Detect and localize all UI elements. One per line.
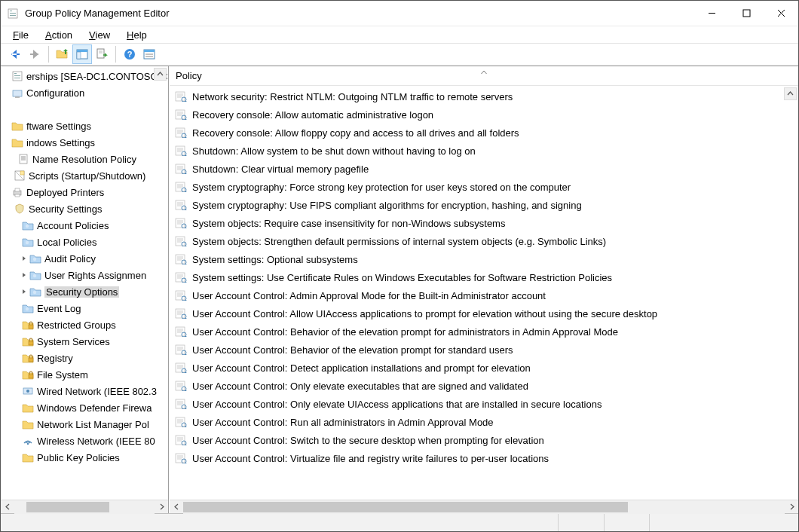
scroll-right-icon[interactable] bbox=[155, 500, 168, 514]
list-header[interactable]: Policy bbox=[170, 66, 798, 86]
close-button[interactable] bbox=[764, 2, 798, 26]
policy-item-icon bbox=[174, 362, 188, 373]
tree-item[interactable]: Windows Defender Firewa bbox=[1, 399, 168, 416]
column-header-policy[interactable]: Policy bbox=[176, 70, 202, 81]
policy-row[interactable]: User Account Control: Detect application… bbox=[174, 359, 798, 377]
policy-row-label: System objects: Strengthen default permi… bbox=[192, 236, 606, 247]
policy-row[interactable]: Shutdown: Allow system to be shut down w… bbox=[174, 142, 798, 160]
policy-row[interactable]: System objects: Strengthen default permi… bbox=[174, 232, 798, 250]
policy-row-label: System cryptography: Use FIPS compliant … bbox=[192, 200, 582, 211]
policy-row[interactable]: User Account Control: Behavior of the el… bbox=[174, 323, 798, 341]
tree-item[interactable]: Network List Manager Pol bbox=[1, 416, 168, 433]
tree-item-label: Wired Network (IEEE 802.3 bbox=[37, 386, 157, 397]
back-button[interactable] bbox=[5, 44, 25, 64]
tree-expand-icon[interactable] bbox=[19, 270, 29, 280]
policy-row-label: User Account Control: Virtualize file an… bbox=[192, 453, 549, 464]
policy-item-icon bbox=[174, 326, 188, 337]
tree-item[interactable]: Security Settings bbox=[1, 200, 168, 217]
policy-row[interactable]: User Account Control: Allow UIAccess app… bbox=[174, 304, 798, 323]
policy-item-icon bbox=[174, 164, 188, 174]
tree-item-label: Registry bbox=[37, 353, 73, 364]
up-button[interactable] bbox=[53, 44, 72, 64]
policy-row[interactable]: Network security: Restrict NTLM: Outgoin… bbox=[174, 87, 798, 105]
scroll-left-icon[interactable] bbox=[1, 500, 14, 514]
policy-row-label: User Account Control: Behavior of the el… bbox=[192, 344, 513, 356]
tree-item[interactable]: File System bbox=[1, 366, 168, 383]
tree-item[interactable]: Event Log bbox=[1, 300, 168, 316]
window-title: Group Policy Management Editor bbox=[25, 8, 169, 19]
policy-item-icon bbox=[174, 109, 188, 120]
policy-row-label: User Account Control: Run all administra… bbox=[192, 417, 494, 428]
tree-item[interactable]: Wired Network (IEEE 802.3 bbox=[1, 383, 168, 399]
policy-row[interactable]: Recovery console: Allow automatic admini… bbox=[174, 105, 798, 124]
tree-item[interactable]: Deployed Printers bbox=[1, 184, 168, 200]
policy-row[interactable]: User Account Control: Virtualize file an… bbox=[174, 449, 798, 467]
help-button[interactable]: ? bbox=[120, 44, 139, 64]
policy-row[interactable]: User Account Control: Admin Approval Mod… bbox=[174, 286, 798, 304]
policy-item-icon bbox=[174, 236, 188, 246]
lockfolder-icon bbox=[22, 368, 34, 381]
policy-row[interactable]: Shutdown: Clear virtual memory pagefile bbox=[174, 160, 798, 178]
tree-item[interactable]: erships [SEA-DC1.CONTOSO.CO bbox=[1, 68, 168, 84]
policy-row[interactable]: System settings: Optional subsystems bbox=[174, 250, 798, 268]
policy-row[interactable]: User Account Control: Run all administra… bbox=[174, 413, 798, 431]
tree-item[interactable] bbox=[1, 101, 168, 118]
tree-item-label: Audit Policy bbox=[44, 253, 96, 264]
export-list-button[interactable] bbox=[92, 44, 112, 64]
tree-expand-icon bbox=[11, 436, 22, 446]
policy-row[interactable]: System cryptography: Force strong key pr… bbox=[174, 178, 798, 196]
tree-item[interactable]: System Services bbox=[1, 333, 168, 350]
show-hide-tree-button[interactable] bbox=[72, 44, 92, 64]
tree-scroll-up-button[interactable] bbox=[154, 68, 167, 81]
minimize-button[interactable] bbox=[694, 2, 729, 26]
policy-row[interactable]: User Account Control: Only elevate execu… bbox=[174, 377, 798, 395]
tree-item[interactable]: Public Key Policies bbox=[1, 449, 168, 466]
policy-row[interactable]: User Account Control: Only elevate UIAcc… bbox=[174, 395, 798, 413]
wireless-icon bbox=[22, 435, 34, 447]
policy-row[interactable]: System objects: Require case insensitivi… bbox=[174, 214, 798, 232]
tree-item[interactable]: Scripts (Startup/Shutdown) bbox=[1, 167, 168, 184]
scroll-left-icon[interactable] bbox=[170, 500, 183, 514]
secfolder-icon bbox=[22, 302, 34, 314]
tree-item-label: Security Options bbox=[44, 286, 119, 298]
tree-expand-icon[interactable] bbox=[19, 286, 29, 297]
tree-horizontal-scrollbar[interactable] bbox=[1, 500, 168, 513]
tree-item[interactable]: Name Resolution Policy bbox=[1, 151, 168, 167]
policy-row[interactable]: User Account Control: Switch to the secu… bbox=[174, 431, 798, 449]
policy-row-label: Recovery console: Allow automatic admini… bbox=[192, 109, 433, 121]
tree-item[interactable]: Security Options bbox=[1, 283, 168, 300]
tree-item[interactable]: indows Settings bbox=[1, 134, 168, 151]
scroll-right-icon[interactable] bbox=[785, 500, 798, 514]
tree-item[interactable]: Local Policies bbox=[1, 234, 168, 250]
lockfolder-icon bbox=[22, 319, 34, 331]
menu-file[interactable]: File bbox=[11, 28, 30, 42]
menu-help[interactable]: Help bbox=[125, 28, 148, 42]
policy-icon bbox=[17, 153, 29, 165]
forward-button[interactable] bbox=[25, 44, 44, 64]
policy-row-label: User Account Control: Detect application… bbox=[192, 362, 531, 374]
tree-item[interactable]: Registry bbox=[1, 350, 168, 366]
tree-expand-icon bbox=[11, 353, 22, 363]
list-scroll-up-button[interactable] bbox=[784, 87, 797, 100]
tree-expand-icon[interactable] bbox=[19, 253, 29, 264]
filters-button[interactable] bbox=[139, 44, 159, 64]
policy-row[interactable]: Recovery console: Allow floppy copy and … bbox=[174, 124, 798, 142]
tree-item[interactable]: Restricted Groups bbox=[1, 316, 168, 333]
tree-item[interactable]: Configuration bbox=[1, 84, 168, 101]
list-horizontal-scrollbar[interactable] bbox=[170, 500, 798, 513]
maximize-button[interactable] bbox=[729, 2, 764, 26]
menu-action[interactable]: Action bbox=[44, 28, 74, 42]
printer-icon bbox=[11, 186, 23, 198]
tree-item[interactable]: ftware Settings bbox=[1, 118, 168, 134]
policy-row[interactable]: System cryptography: Use FIPS compliant … bbox=[174, 196, 798, 214]
policy-row[interactable]: System settings: Use Certificate Rules o… bbox=[174, 268, 798, 286]
tree-expand-icon bbox=[1, 121, 11, 131]
menu-view[interactable]: View bbox=[87, 28, 112, 42]
tree-item[interactable]: Audit Policy bbox=[1, 250, 168, 267]
tree-item-label: Account Policies bbox=[37, 220, 109, 231]
policy-row-label: Shutdown: Allow system to be shut down w… bbox=[192, 145, 476, 157]
policy-row[interactable]: User Account Control: Behavior of the el… bbox=[174, 341, 798, 359]
tree-item[interactable]: Wireless Network (IEEE 80 bbox=[1, 433, 168, 449]
tree-item[interactable]: Account Policies bbox=[1, 217, 168, 234]
tree-item[interactable]: User Rights Assignmen bbox=[1, 267, 168, 283]
